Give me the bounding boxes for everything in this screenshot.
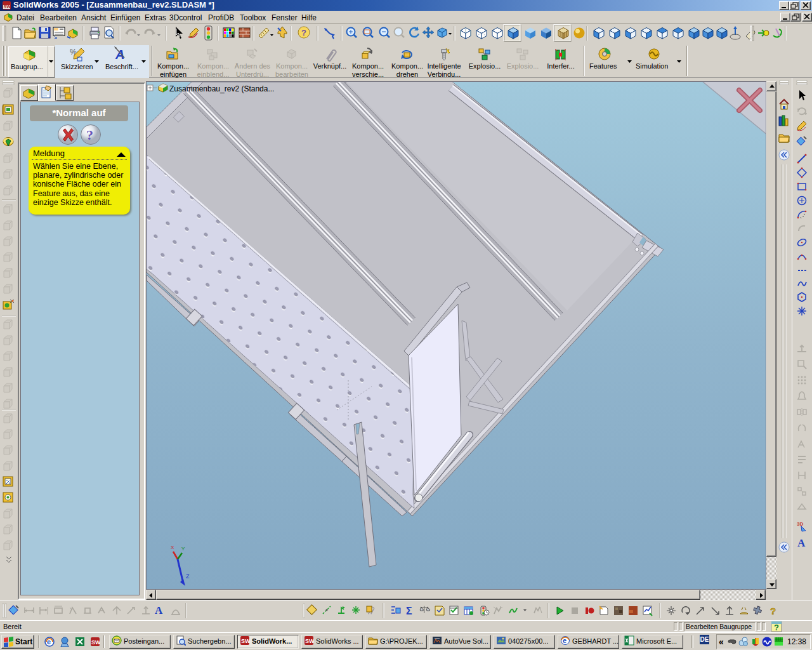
svg-text:A: A [797,537,806,549]
svg-text:e: e [47,638,51,646]
svg-text:SW: SW [91,639,100,646]
svg-text:SW: SW [4,4,11,9]
svg-text:3D: 3D [797,521,803,527]
svg-text:?: ? [301,28,306,37]
svg-text:Y: Y [181,546,185,552]
svg-text:?: ? [770,606,776,616]
svg-text:Σ: Σ [406,606,412,616]
svg-text:A: A [115,48,124,62]
svg-text:X: X [171,545,174,550]
svg-text:A: A [155,604,163,616]
svg-text:Z: Z [186,573,190,580]
svg-text:Zusammenbau_rev2 (Standa...: Zusammenbau_rev2 (Standa... [169,84,274,93]
svg-text:SW: SW [305,638,314,644]
svg-text:SW: SW [241,638,250,644]
svg-text:?: ? [86,127,93,143]
svg-text:?: ? [774,623,779,632]
